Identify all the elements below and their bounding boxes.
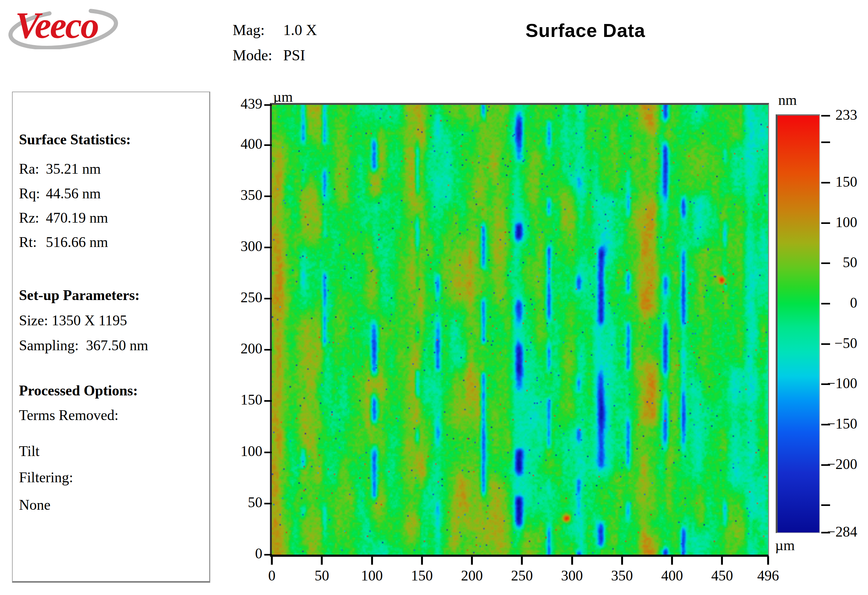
x-axis-unit-label: µm: [775, 537, 795, 554]
y-axis-tick: [264, 298, 272, 299]
stat-row-rt: Rt:516.66 nm: [19, 233, 108, 252]
setup-parameters-heading: Set-up Parameters:: [19, 286, 140, 305]
stat-label: Rz:: [19, 208, 46, 227]
y-axis-tick-label: 100: [202, 443, 262, 460]
x-axis-tick: [471, 557, 473, 565]
y-axis-tick-label: 439: [202, 96, 262, 112]
x-axis-tick-label: 0: [247, 567, 297, 584]
x-axis-tick: [321, 557, 323, 565]
y-axis-tick: [264, 144, 272, 146]
colorbar-tick-label: −200: [809, 456, 857, 473]
y-axis-tick-label: 250: [202, 289, 262, 306]
y-axis-tick-label: 50: [202, 494, 262, 511]
surface-heatmap-canvas: [272, 105, 768, 555]
filtering-line: Filtering:: [19, 468, 73, 487]
stat-value: 516.66 nm: [46, 234, 108, 250]
y-axis-tick-label: 350: [202, 187, 262, 203]
y-axis-tick-label: 0: [202, 545, 262, 562]
veeco-logo: Veeco: [4, 1, 128, 49]
colorbar-tick-label: 150: [809, 173, 857, 190]
processed-options-heading: Processed Options:: [19, 381, 138, 400]
surface-statistics-heading: Surface Statistics:: [19, 130, 131, 149]
x-axis-tick-label: 50: [297, 567, 347, 584]
colorbar-minor-tick: [821, 504, 830, 506]
x-axis-tick: [671, 557, 673, 565]
mode-value: PSI: [283, 47, 305, 63]
y-axis-tick-label: 300: [202, 238, 262, 255]
colorbar-tick-label: −50: [809, 335, 857, 352]
colorbar-tick-label: −284: [809, 523, 857, 540]
y-axis-tick: [264, 400, 272, 402]
x-axis-tick: [371, 557, 373, 565]
x-axis-tick-label: 400: [647, 567, 697, 584]
stat-row-rz: Rz:470.19 nm: [19, 208, 108, 227]
colorbar-tick-label: 0: [809, 295, 857, 311]
x-axis-tick-label: 496: [743, 567, 793, 584]
x-axis-tick-label: 300: [547, 567, 598, 584]
mode-line: Mode:PSI: [217, 29, 305, 81]
x-axis-tick-label: 200: [447, 567, 497, 584]
surface-data-report: Veeco Mag:1.0 X Mode:PSI Surface Data Su…: [0, 0, 868, 595]
x-axis-tick: [571, 557, 573, 565]
mode-label: Mode:: [233, 46, 283, 64]
x-axis-tick: [521, 557, 523, 565]
logo-text: Veeco: [15, 5, 98, 46]
y-axis-tick: [264, 503, 272, 504]
filtering-value: None: [19, 495, 50, 514]
colorbar-tick-label: 233: [809, 106, 857, 123]
colorbar-unit-label: nm: [778, 91, 797, 108]
stat-row-ra: Ra:35.21 nm: [19, 159, 101, 178]
heatmap-plot-frame: [270, 103, 769, 557]
colorbar-tick-label: 100: [809, 214, 857, 231]
x-axis-tick: [271, 557, 273, 565]
y-axis-tick: [264, 554, 272, 555]
y-axis-tick: [264, 349, 272, 351]
stat-row-rq: Rq:44.56 nm: [19, 184, 101, 203]
colorbar-tick-label: −100: [809, 375, 857, 392]
colorbar-minor-tick: [821, 141, 830, 143]
x-axis-tick-label: 100: [347, 567, 397, 584]
x-axis-tick: [621, 557, 623, 565]
terms-removed-value: Tilt: [19, 442, 40, 461]
stat-value: 35.21 nm: [46, 161, 101, 177]
statistics-panel: Surface Statistics: Ra:35.21 nm Rq:44.56…: [12, 91, 210, 583]
y-axis-tick: [264, 452, 272, 453]
x-axis-tick-label: 350: [597, 567, 647, 584]
x-axis-tick-label: 250: [497, 567, 547, 584]
setup-size-line: Size: 1350 X 1195: [19, 311, 127, 330]
y-axis-tick-label: 400: [202, 135, 262, 152]
x-axis-tick: [721, 557, 723, 565]
stat-label: Rq:: [19, 184, 46, 203]
page-title: Surface Data: [490, 19, 680, 41]
x-axis-tick-label: 150: [397, 567, 447, 584]
terms-removed-line: Terms Removed:: [19, 406, 118, 425]
x-axis-tick: [421, 557, 423, 565]
x-axis-tick-label: 450: [697, 567, 747, 584]
y-axis-tick: [264, 247, 272, 248]
setup-sampling-line: Sampling: 367.50 nm: [19, 336, 148, 355]
stat-label: Rt:: [19, 233, 46, 252]
stat-label: Ra:: [19, 159, 46, 178]
x-axis-tick: [767, 557, 769, 565]
y-axis-tick-label: 150: [202, 391, 262, 408]
colorbar-tick-label: 50: [809, 254, 857, 271]
y-axis-tick: [264, 196, 272, 197]
colorbar-tick-label: −150: [809, 415, 857, 432]
stat-value: 44.56 nm: [46, 186, 101, 202]
y-axis-tick-label: 200: [202, 340, 262, 357]
y-axis-tick: [264, 104, 272, 106]
stat-value: 470.19 nm: [46, 210, 108, 226]
